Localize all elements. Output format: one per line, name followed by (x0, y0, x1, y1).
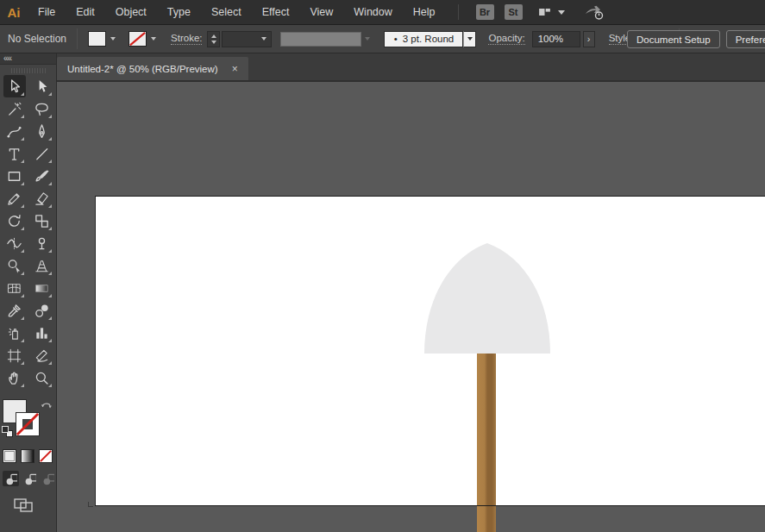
stroke-weight-select[interactable] (222, 31, 272, 47)
zoom-icon (34, 370, 50, 386)
tool-gradient[interactable] (31, 277, 53, 299)
screen-mode-button[interactable] (12, 497, 34, 514)
menu-window[interactable]: Window (343, 0, 402, 24)
drawing-modes-row (0, 471, 56, 486)
tool-blend[interactable] (31, 299, 53, 322)
menu-object[interactable]: Object (105, 0, 157, 24)
share-icon (584, 4, 605, 21)
draw-behind-icon (23, 473, 36, 485)
share-button[interactable] (584, 4, 605, 21)
document-tab[interactable]: Untitled-2* @ 50% (RGB/Preview) × (57, 57, 248, 80)
width-icon (6, 235, 22, 252)
type-icon (6, 146, 22, 162)
chevron-down-icon (110, 37, 116, 41)
app-logo[interactable]: Ai (0, 5, 28, 20)
tool-column-graph[interactable] (31, 322, 53, 344)
default-fill-stroke-button[interactable] (2, 426, 14, 438)
fill-color-select[interactable] (107, 31, 118, 47)
tool-pencil[interactable] (3, 187, 26, 210)
brush-definition-select[interactable] (463, 31, 476, 47)
tool-pen[interactable] (31, 120, 53, 142)
menu-bar: Ai FileEditObjectTypeSelectEffectViewWin… (0, 0, 765, 25)
fill-color-swatch[interactable] (88, 31, 106, 47)
tool-symbol-sprayer[interactable] (3, 322, 26, 344)
collapse-panel-button[interactable]: «« (0, 53, 56, 65)
stroke-weight-stepper[interactable] (207, 31, 220, 47)
none-button[interactable] (39, 449, 53, 463)
stepper-up-icon (211, 34, 216, 38)
stroke-color-swatch[interactable] (129, 31, 147, 47)
brush-definition-value[interactable]: • 3 pt. Round (384, 31, 463, 47)
tool-lasso[interactable] (31, 97, 53, 120)
menu-type[interactable]: Type (157, 0, 201, 24)
tools-grid (0, 75, 56, 389)
color-button[interactable] (3, 449, 16, 463)
tool-direct-selection[interactable] (31, 75, 53, 97)
shovel-artwork (57, 82, 765, 532)
rotate-icon (6, 213, 22, 229)
hand-icon (6, 370, 22, 386)
controlbar-separator (77, 28, 78, 49)
tool-rectangle[interactable] (3, 165, 26, 187)
preferences-button[interactable]: Preferences (726, 30, 765, 48)
gradient-button[interactable] (21, 449, 34, 463)
brush-definition-combo: • 3 pt. Round (384, 31, 476, 47)
close-icon[interactable]: × (232, 64, 238, 74)
mesh-icon (6, 280, 22, 297)
none-slash-icon (40, 450, 52, 462)
tool-artboard[interactable] (3, 344, 26, 366)
menu-edit[interactable]: Edit (66, 0, 105, 24)
bridge-button[interactable]: Br (476, 4, 494, 20)
tool-eraser[interactable] (31, 187, 53, 210)
fill-stroke-cluster (0, 399, 56, 442)
panel-grip[interactable] (11, 68, 46, 73)
opacity-input[interactable] (532, 31, 580, 47)
menu-view[interactable]: View (299, 0, 343, 24)
tool-eyedropper[interactable] (3, 299, 26, 322)
opacity-expand-button[interactable]: › (583, 31, 595, 47)
stock-button[interactable]: St (505, 4, 523, 20)
document-setup-button[interactable]: Document Setup (627, 30, 720, 48)
draw-normal-button[interactable] (3, 471, 19, 486)
draw-behind-button[interactable] (22, 471, 38, 486)
paintbrush-icon (34, 168, 50, 185)
magic-wand-icon (6, 101, 22, 117)
tool-mesh[interactable] (3, 277, 26, 299)
artboard-corner-mark (88, 502, 93, 507)
menu-effect[interactable]: Effect (252, 0, 300, 24)
tool-magic-wand[interactable] (3, 97, 26, 120)
tool-width[interactable] (3, 232, 26, 254)
opacity-label[interactable]: Opacity: (488, 33, 524, 45)
tool-perspective-grid[interactable] (31, 254, 53, 277)
lasso-icon (34, 101, 50, 117)
canvas-area[interactable] (57, 82, 765, 532)
tool-puppet-warp[interactable] (31, 232, 53, 254)
stroke-color-select[interactable] (147, 31, 159, 47)
tool-hand[interactable] (3, 366, 26, 389)
control-bar: No Selection Stroke: • 3 pt. Round Opaci… (0, 25, 765, 53)
tool-curvature[interactable] (3, 120, 26, 142)
perspective-grid-icon (34, 258, 50, 274)
menu-file[interactable]: File (28, 0, 66, 24)
line-segment-icon (34, 146, 50, 162)
tool-type[interactable] (3, 142, 26, 165)
tool-slice[interactable] (31, 344, 53, 366)
shape-builder-icon (6, 258, 22, 274)
tool-shape-builder[interactable] (3, 254, 26, 277)
tool-rotate[interactable] (3, 210, 26, 232)
menu-help[interactable]: Help (403, 0, 446, 24)
stroke-indicator[interactable] (16, 412, 40, 436)
workspace-switcher[interactable] (536, 5, 565, 19)
illustrator-window: Ai FileEditObjectTypeSelectEffectViewWin… (0, 0, 765, 532)
tool-selection[interactable] (3, 75, 26, 97)
tool-scale[interactable] (31, 210, 53, 232)
document-tab-title: Untitled-2* @ 50% (RGB/Preview) (67, 64, 218, 74)
tool-paintbrush[interactable] (31, 165, 53, 187)
menu-select[interactable]: Select (201, 0, 252, 24)
screen-mode-icon (12, 497, 34, 514)
shovel-head-shape[interactable] (424, 243, 550, 354)
tool-zoom[interactable] (31, 366, 53, 389)
stroke-label[interactable]: Stroke: (171, 33, 202, 45)
swap-fill-stroke-button[interactable] (41, 397, 53, 413)
tool-line-segment[interactable] (31, 142, 53, 165)
